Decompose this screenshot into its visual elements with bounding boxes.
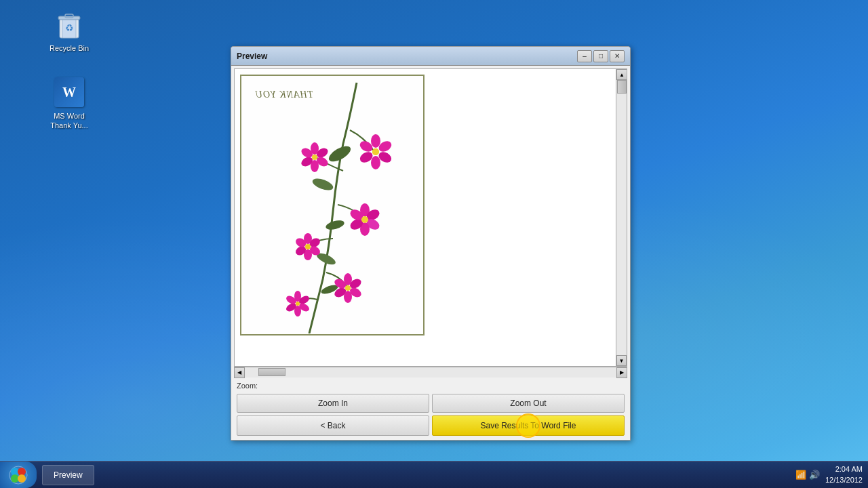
recycle-bin-icon[interactable]: ♻ Recycle Bin bbox=[42, 5, 96, 56]
svg-point-31 bbox=[361, 216, 368, 223]
scroll-h-thumb[interactable] bbox=[258, 368, 285, 376]
zoom-in-button[interactable]: Zoom In bbox=[237, 394, 429, 413]
taskbar: Preview 📶 🔊 2:04 AM 12/13/2012 bbox=[0, 461, 868, 488]
svg-point-45 bbox=[345, 285, 351, 291]
scroll-thumb[interactable] bbox=[617, 80, 627, 94]
floral-illustration bbox=[262, 76, 425, 333]
svg-point-38 bbox=[305, 244, 311, 249]
clock-date: 12/13/2012 bbox=[825, 475, 863, 485]
thank-you-card: THANK YOU bbox=[240, 75, 425, 336]
start-button[interactable] bbox=[0, 462, 37, 488]
msword-desktop-icon[interactable]: W MS Word Thank Yu... bbox=[42, 73, 96, 134]
minimize-button[interactable]: – bbox=[577, 50, 592, 62]
back-button[interactable]: < Back bbox=[237, 415, 429, 436]
card-preview-area: THANK YOU bbox=[240, 75, 613, 361]
window-title: Preview bbox=[237, 52, 267, 61]
save-word-button[interactable]: Save Results To Word File bbox=[432, 415, 625, 436]
window-body: ▲ ▼ THANK YOU bbox=[231, 66, 630, 440]
svg-point-17 bbox=[372, 148, 379, 155]
svg-point-14 bbox=[371, 156, 380, 169]
svg-point-11 bbox=[371, 134, 380, 148]
taskbar-preview-button[interactable]: Preview bbox=[42, 465, 94, 485]
scroll-h-track bbox=[245, 367, 616, 378]
vertical-scrollbar[interactable]: ▲ ▼ bbox=[616, 69, 627, 366]
zoom-label: Zoom: bbox=[237, 382, 625, 390]
taskbar-clock[interactable]: 2:04 AM 12/13/2012 bbox=[825, 464, 863, 485]
msword-label: MS Word Thank Yu... bbox=[50, 111, 87, 131]
close-button[interactable]: ✕ bbox=[610, 50, 625, 62]
svg-point-7 bbox=[325, 219, 345, 232]
svg-point-6 bbox=[311, 176, 335, 192]
preview-content-area: ▲ ▼ THANK YOU bbox=[234, 68, 627, 367]
scroll-left-arrow[interactable]: ◀ bbox=[234, 367, 245, 378]
recycle-bin-image: ♻ bbox=[53, 8, 85, 41]
taskbar-right: 📶 🔊 2:04 AM 12/13/2012 bbox=[795, 464, 868, 485]
window-titlebar: Preview – □ ✕ bbox=[231, 47, 630, 66]
zoom-section: Zoom: Zoom In Zoom Out < Back Save Resul… bbox=[234, 378, 627, 437]
action-buttons-row: < Back Save Results To Word File bbox=[237, 415, 625, 436]
zoom-buttons-row: Zoom In Zoom Out bbox=[237, 394, 625, 413]
clock-time: 2:04 AM bbox=[825, 464, 863, 474]
scroll-down-arrow[interactable]: ▼ bbox=[616, 355, 627, 366]
window-controls: – □ ✕ bbox=[577, 50, 625, 62]
svg-point-57 bbox=[18, 474, 26, 483]
horizontal-scrollbar[interactable]: ◀ ▶ bbox=[234, 367, 627, 378]
maximize-button[interactable]: □ bbox=[593, 50, 608, 62]
scroll-up-arrow[interactable]: ▲ bbox=[616, 69, 627, 80]
zoom-out-button[interactable]: Zoom Out bbox=[432, 394, 625, 413]
system-tray: 📶 🔊 bbox=[795, 470, 820, 480]
preview-window: Preview – □ ✕ ▲ ▼ THANK YOU bbox=[231, 46, 631, 441]
scroll-right-arrow[interactable]: ▶ bbox=[616, 367, 627, 378]
network-signal-icon: 📶 bbox=[795, 470, 806, 480]
msword-image: W bbox=[53, 76, 85, 108]
svg-point-52 bbox=[296, 302, 300, 306]
svg-text:♻: ♻ bbox=[65, 22, 74, 33]
svg-point-24 bbox=[312, 155, 317, 160]
recycle-bin-label: Recycle Bin bbox=[50, 43, 89, 53]
volume-icon: 🔊 bbox=[809, 470, 820, 480]
